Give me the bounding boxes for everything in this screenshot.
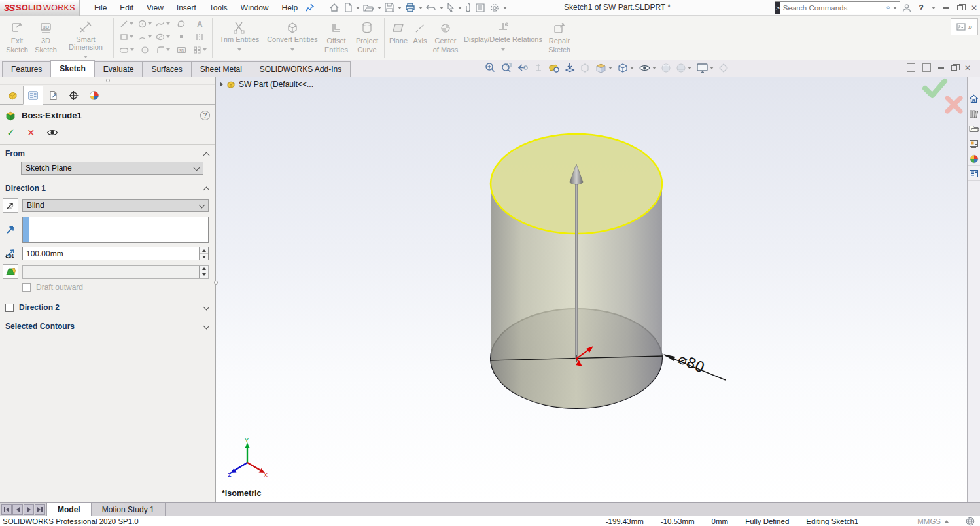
- undo-caret-icon[interactable]: [440, 7, 444, 9]
- settings-caret-icon[interactable]: [503, 7, 507, 9]
- from-dropdown[interactable]: Sketch Plane: [21, 162, 203, 175]
- search-commands-box[interactable]: >: [775, 1, 900, 14]
- attach-button[interactable]: [464, 2, 472, 13]
- conic-tool-icon[interactable]: [172, 17, 190, 30]
- new-file-button[interactable]: [343, 2, 354, 13]
- rectangle-tool-icon[interactable]: [117, 30, 135, 43]
- direction-selection-box[interactable]: [22, 217, 209, 243]
- tab-evaluate[interactable]: Evaluate: [94, 61, 143, 77]
- split-left-icon[interactable]: [907, 63, 915, 72]
- custom-properties-icon[interactable]: [968, 167, 980, 181]
- splitter-handle[interactable]: [214, 281, 218, 285]
- tab-solidworks-addins[interactable]: SOLIDWORKS Add-Ins: [251, 61, 351, 77]
- prev-study-button[interactable]: [12, 504, 23, 515]
- view-orientation-icon[interactable]: [595, 62, 612, 74]
- smart-dimension-caret-icon[interactable]: [84, 56, 88, 58]
- offset-entities-button[interactable]: OffsetEntities: [321, 18, 352, 55]
- panel-grip[interactable]: [0, 77, 215, 85]
- tab-sketch[interactable]: Sketch: [50, 60, 94, 77]
- cancel-button[interactable]: ✕: [27, 128, 35, 138]
- doc-minimize-button[interactable]: [938, 67, 944, 69]
- file-explorer-icon[interactable]: [968, 122, 980, 135]
- select-caret-icon[interactable]: [458, 7, 462, 9]
- close-button[interactable]: ✕: [971, 4, 977, 12]
- tab-model[interactable]: Model: [46, 503, 92, 516]
- restore-button[interactable]: [957, 5, 963, 10]
- axis-button[interactable]: Axis: [410, 18, 430, 46]
- save-button[interactable]: [383, 2, 396, 13]
- graphics-viewport[interactable]: ⌀80 SW Part (Default<<...: [216, 77, 967, 502]
- previous-view-icon[interactable]: [517, 63, 529, 73]
- end-condition-dropdown[interactable]: Blind: [22, 199, 209, 212]
- ddr-caret-icon[interactable]: [501, 48, 505, 51]
- menu-view[interactable]: View: [140, 1, 170, 14]
- menu-tools[interactable]: Tools: [203, 1, 234, 14]
- from-section-header[interactable]: From: [0, 145, 215, 162]
- direction2-section-header[interactable]: Direction 2: [0, 298, 215, 315]
- units-selector[interactable]: MMGS: [917, 517, 941, 525]
- view-settings-icon[interactable]: [696, 63, 714, 73]
- project-curve-button[interactable]: ProjectCurve: [352, 18, 382, 55]
- search-caret-icon[interactable]: [893, 7, 897, 9]
- text-tool-icon[interactable]: A: [190, 17, 209, 30]
- tab-sheet-metal[interactable]: Sheet Metal: [191, 61, 251, 77]
- 3d-convert-icon[interactable]: 3D: [172, 43, 190, 56]
- print-button[interactable]: [404, 2, 417, 13]
- user-account-icon[interactable]: [902, 3, 911, 12]
- menu-window[interactable]: Window: [234, 1, 275, 14]
- options-list-button[interactable]: [474, 3, 486, 13]
- display-delete-relations-button[interactable]: Display/Delete Relations: [461, 18, 545, 51]
- direction2-checkbox[interactable]: [5, 304, 14, 312]
- select-button[interactable]: [446, 2, 456, 13]
- pin-menu-icon[interactable]: [306, 3, 315, 12]
- print-caret-icon[interactable]: [419, 7, 423, 9]
- preview-eye-button[interactable]: [46, 129, 58, 137]
- menu-file[interactable]: File: [88, 1, 113, 14]
- mirror-tool-icon[interactable]: [190, 30, 209, 43]
- ok-button[interactable]: ✓: [7, 126, 15, 139]
- units-caret-icon[interactable]: [945, 520, 949, 523]
- zoom-to-fit-icon[interactable]: [484, 62, 496, 74]
- doc-restore-button[interactable]: [951, 65, 957, 71]
- menu-insert[interactable]: Insert: [170, 1, 203, 14]
- trim-caret-icon[interactable]: [237, 48, 241, 51]
- menu-edit[interactable]: Edit: [113, 1, 140, 14]
- measure-icon[interactable]: [548, 63, 560, 73]
- next-study-button[interactable]: [24, 504, 34, 515]
- expand-icon[interactable]: [203, 304, 210, 310]
- collapse-icon[interactable]: [203, 152, 210, 158]
- convert-caret-icon[interactable]: [290, 48, 294, 51]
- direction1-section-header[interactable]: Direction 1: [0, 179, 215, 196]
- 3d-sketch-button[interactable]: 3D 3DSketch: [31, 18, 60, 55]
- tab-configuration-icon[interactable]: [43, 87, 63, 104]
- view-palette-icon[interactable]: [968, 137, 980, 150]
- line-tool-icon[interactable]: [117, 17, 135, 30]
- section-view-icon[interactable]: [565, 62, 575, 74]
- feature-tree-overlay[interactable]: SW Part (Default<<...: [220, 80, 313, 89]
- selected-contours-section-header[interactable]: Selected Contours: [0, 317, 215, 334]
- design-library-icon[interactable]: [968, 107, 980, 120]
- undo-button[interactable]: [425, 3, 438, 12]
- menu-help[interactable]: Help: [275, 1, 305, 14]
- save-caret-icon[interactable]: [398, 7, 402, 9]
- depth-input[interactable]: [22, 247, 209, 260]
- display-style-icon[interactable]: [617, 62, 634, 74]
- draft-button[interactable]: [3, 264, 18, 279]
- split-right-icon[interactable]: [922, 63, 931, 72]
- first-study-button[interactable]: [1, 504, 12, 515]
- reverse-direction-button[interactable]: [3, 198, 18, 213]
- arc-tool-icon[interactable]: [135, 30, 154, 43]
- spline-tool-icon[interactable]: [154, 17, 172, 30]
- hide-show-items-icon[interactable]: [639, 63, 656, 73]
- slot-tool-icon[interactable]: [117, 43, 135, 56]
- open-file-caret-icon[interactable]: [377, 7, 381, 9]
- tab-feature-tree-icon[interactable]: [3, 87, 23, 104]
- tree-expand-icon[interactable]: [220, 82, 223, 87]
- last-study-button[interactable]: [35, 504, 45, 515]
- help-button[interactable]: ?: [919, 4, 924, 12]
- point-tool-icon[interactable]: [172, 30, 190, 43]
- home-button[interactable]: [328, 2, 341, 13]
- plane-button[interactable]: Plane: [387, 18, 410, 46]
- tab-surfaces[interactable]: Surfaces: [142, 61, 191, 77]
- search-input[interactable]: [780, 4, 886, 12]
